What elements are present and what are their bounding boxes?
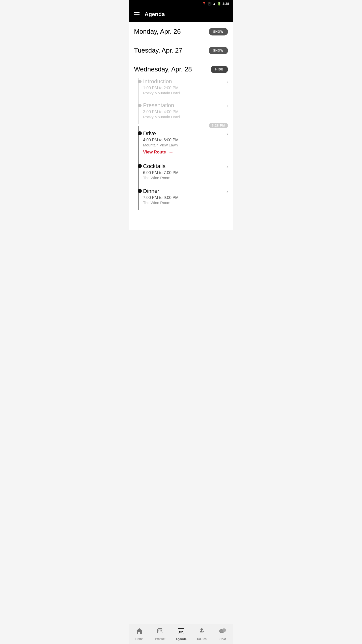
dot-introduction bbox=[138, 80, 142, 83]
event-title-dinner: Dinner bbox=[143, 188, 227, 194]
status-bar: 📍 📳 ▲ 🔋 3:28 bbox=[129, 0, 233, 7]
event-dinner[interactable]: Dinner 7:00 PM to 9:00 PM The Wine Room … bbox=[143, 188, 233, 210]
view-route-link[interactable]: View Route → bbox=[143, 149, 227, 155]
event-location-presentation: Rocky Mountain Hotel bbox=[143, 115, 227, 119]
day-label-monday: Monday, Apr. 26 bbox=[134, 28, 181, 35]
event-time-drive: 4:00 PM to 6:00 PM bbox=[143, 138, 227, 142]
event-cocktails[interactable]: Cocktails 6:00 PM to 7:00 PM The Wine Ro… bbox=[143, 163, 233, 188]
arrow-cocktails: › bbox=[227, 164, 228, 169]
event-time-presentation: 3:00 PM to 4:00 PM bbox=[143, 110, 227, 114]
toggle-monday[interactable]: SHOW bbox=[209, 28, 228, 35]
arrow-introduction: › bbox=[227, 79, 228, 85]
vibrate-icon: 📳 bbox=[207, 2, 211, 6]
view-route-arrow-icon: → bbox=[168, 149, 173, 155]
arrow-drive: › bbox=[227, 131, 228, 137]
location-icon: 📍 bbox=[202, 2, 206, 6]
page-title: Agenda bbox=[145, 11, 165, 18]
event-presentation[interactable]: Presentation 3:00 PM to 4:00 PM Rocky Mo… bbox=[143, 102, 233, 124]
event-location-dinner: The Wine Room bbox=[143, 200, 227, 205]
event-title-introduction: Introduction bbox=[143, 78, 227, 85]
day-section-monday: Monday, Apr. 26 SHOW bbox=[129, 22, 233, 41]
menu-button[interactable] bbox=[134, 12, 140, 16]
dot-cocktails bbox=[138, 164, 142, 168]
app-header: Agenda bbox=[129, 7, 233, 22]
battery-icon: 🔋 bbox=[217, 2, 221, 6]
arrow-dinner: › bbox=[227, 189, 228, 194]
event-time-introduction: 1:00 PM to 2:00 PM bbox=[143, 86, 227, 90]
dot-dinner bbox=[138, 189, 142, 193]
dot-drive bbox=[138, 131, 142, 135]
event-time-dinner: 7:00 PM to 9:00 PM bbox=[143, 195, 227, 200]
wednesday-timeline: Introduction 1:00 PM to 2:00 PM Rocky Mo… bbox=[129, 78, 233, 210]
day-label-wednesday: Wednesday, Apr. 28 bbox=[134, 65, 192, 73]
event-title-drive: Drive bbox=[143, 130, 227, 137]
view-route-label: View Route bbox=[143, 150, 166, 155]
status-icons: 📍 📳 ▲ 🔋 3:28 bbox=[202, 2, 229, 6]
event-title-cocktails: Cocktails bbox=[143, 163, 227, 170]
arrow-presentation: › bbox=[227, 103, 228, 108]
day-label-tuesday: Tuesday, Apr. 27 bbox=[134, 47, 182, 54]
active-events: Drive 4:00 PM to 6:00 PM Mountain View L… bbox=[129, 126, 233, 210]
past-events: Introduction 1:00 PM to 2:00 PM Rocky Mo… bbox=[129, 78, 233, 124]
time-display: 3:28 bbox=[222, 2, 229, 6]
day-section-tuesday: Tuesday, Apr. 27 SHOW bbox=[129, 41, 233, 59]
event-location-drive: Mountain View Lawn bbox=[143, 143, 227, 147]
event-introduction[interactable]: Introduction 1:00 PM to 2:00 PM Rocky Mo… bbox=[143, 78, 233, 102]
toggle-tuesday[interactable]: SHOW bbox=[209, 47, 228, 54]
event-location-cocktails: The Wine Room bbox=[143, 176, 227, 180]
main-content: Monday, Apr. 26 SHOW Tuesday, Apr. 27 SH… bbox=[129, 22, 233, 230]
event-time-cocktails: 6:00 PM to 7:00 PM bbox=[143, 171, 227, 175]
day-section-wednesday: Wednesday, Apr. 28 HIDE bbox=[129, 59, 233, 78]
event-location-introduction: Rocky Mountain Hotel bbox=[143, 91, 227, 95]
toggle-wednesday[interactable]: HIDE bbox=[211, 66, 228, 73]
event-title-presentation: Presentation bbox=[143, 102, 227, 109]
dot-presentation bbox=[138, 104, 142, 107]
signal-icon: ▲ bbox=[213, 2, 216, 6]
event-drive[interactable]: Drive 4:00 PM to 6:00 PM Mountain View L… bbox=[143, 130, 233, 163]
